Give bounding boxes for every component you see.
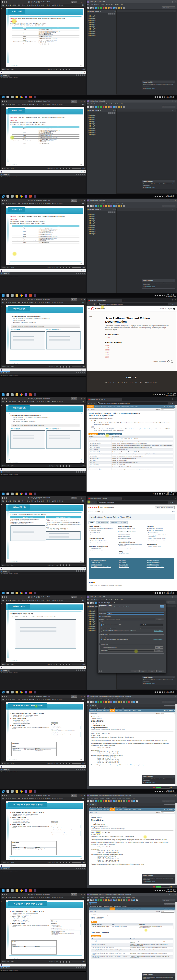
radio-icon[interactable] (101, 636, 102, 638)
maximize-button[interactable]: ▢ (80, 695, 83, 697)
toolbar-icon[interactable] (121, 701, 122, 703)
ribbon-tab-5[interactable]: 애니메이션 (22, 4, 28, 6)
ribbon-tab-6[interactable]: 슬라이드 쇼 (29, 599, 36, 601)
toolbar-icon[interactable] (103, 205, 105, 207)
maximize-button[interactable]: ▢ (80, 171, 83, 172)
tellme-field[interactable]: 입력하세요 (57, 897, 63, 899)
toolbar-icon[interactable] (105, 701, 107, 703)
toolbar-icon[interactable] (87, 106, 89, 108)
menu-search[interactable]: Search (101, 202, 105, 204)
scrollbar-thumb[interactable] (175, 716, 176, 730)
search-icon[interactable] (6, 790, 9, 792)
tray-mic-icon[interactable] (154, 295, 156, 296)
ribbon-tab-6[interactable]: 슬라이드 쇼 (29, 897, 36, 899)
taskbar-clock[interactable]: 오전 7:272019-10-08 (166, 294, 172, 297)
ribbon-tab-9[interactable]: 추가 기능 (45, 203, 50, 204)
login-button[interactable]: 로그인 (71, 1, 77, 3)
toolbar-icon[interactable] (136, 701, 138, 703)
tellme-field[interactable]: 입력하세요 (57, 698, 63, 700)
toolbar-icon[interactable] (108, 899, 109, 901)
tray-chevron-icon[interactable]: ^ (153, 96, 154, 98)
firefox-icon[interactable] (24, 790, 27, 792)
menu-help[interactable]: Help (121, 599, 123, 600)
close-icon[interactable]: ✕ (8, 868, 9, 869)
all-classes-link[interactable]: ALL CLASSES (90, 713, 97, 714)
slide-notes-button[interactable]: 슬라이드 노트 (47, 763, 55, 764)
expand-arrow-icon[interactable]: ▸ (88, 216, 89, 217)
expand-arrow-icon[interactable]: ▸ (88, 126, 89, 127)
footer-link[interactable]: 쿠키 기본설정 (145, 382, 151, 383)
close-button[interactable]: ✕ (83, 766, 86, 768)
console-tab[interactable]: Console✕ (0, 272, 10, 275)
console-tool-icon[interactable] (78, 471, 79, 473)
firefox-icon[interactable] (24, 96, 27, 99)
toolbar-icon[interactable] (92, 205, 94, 207)
memo-button[interactable]: 메모 (56, 663, 59, 665)
minimize-button[interactable]: − (78, 72, 80, 73)
explorer-icon[interactable] (16, 96, 18, 99)
toolbar-icon[interactable] (136, 800, 138, 802)
close-button[interactable]: ✕ (83, 865, 86, 867)
menu-window[interactable]: Window (126, 797, 130, 799)
toolbar-icon[interactable] (103, 899, 105, 901)
doc-link[interactable]: Commercial Features (90, 530, 101, 531)
footer-link[interactable]: About Oracle (110, 382, 116, 383)
console-tab[interactable]: Console✕ (0, 471, 10, 473)
fields-button[interactable]: Fields (12, 944, 16, 945)
close-icon[interactable]: ✕ (8, 967, 9, 969)
search-icon[interactable] (6, 889, 9, 892)
quick-access-box[interactable]: Quick Access (162, 106, 175, 108)
ribbon-tab-7[interactable]: 검토 (37, 897, 40, 899)
project-item-chap06[interactable]: ▸chap06 (87, 25, 116, 28)
nav-item-use[interactable]: USE (115, 809, 119, 810)
view-sorter-icon[interactable] (63, 663, 64, 665)
expand-arrow-icon[interactable]: ▸ (88, 30, 89, 32)
ime-indicator[interactable]: 한 (164, 394, 165, 396)
minimize-button[interactable]: − (168, 100, 171, 102)
tray-osd-icon[interactable] (162, 592, 163, 594)
ribbon-tab-7[interactable]: 검토 (37, 4, 40, 6)
console-tool-icon[interactable] (84, 967, 85, 969)
ribbon-tab-8[interactable]: 보기 (41, 698, 43, 700)
nav-item-package[interactable]: PACKAGE (100, 406, 107, 407)
toolbar-icon[interactable] (103, 106, 105, 108)
taskview-icon[interactable] (11, 393, 14, 396)
memo-button[interactable]: 메모 (56, 564, 59, 566)
ribbon-tab-4[interactable]: 전환 (18, 798, 20, 800)
ribbon-tab-1[interactable]: 홈 (5, 4, 7, 6)
zoom-slider[interactable] (72, 168, 81, 169)
menu-project[interactable]: Project (106, 202, 110, 204)
module-link[interactable]: java.base (96, 815, 101, 816)
ribbon-tab-8[interactable]: 보기 (41, 302, 43, 304)
toolbar-icon[interactable] (103, 800, 105, 802)
slide-scrollbar[interactable] (85, 603, 86, 662)
toolbar-icon[interactable] (87, 800, 89, 802)
reminder-options-link[interactable]: Reminder options (146, 187, 155, 188)
package-tool-icon[interactable] (112, 212, 113, 213)
toolbar-icon[interactable] (90, 800, 92, 802)
doc-link[interactable]: Compatibility Guide (90, 532, 100, 534)
ribbon-tab-6[interactable]: 슬라이드 쇼 (29, 401, 36, 403)
maximize-button[interactable]: ▢ (80, 667, 83, 668)
help-link-contents[interactable]: Contents (90, 707, 96, 708)
console-tool-icon[interactable] (76, 967, 77, 969)
profile-icon[interactable]: ● (172, 402, 173, 404)
tellme-field[interactable]: 입력하세요 (57, 599, 63, 601)
maximize-button[interactable]: ▢ (80, 200, 83, 201)
slide-notes-button[interactable]: 슬라이드 노트 (47, 68, 55, 70)
module-name[interactable]: java.rmi (89, 461, 112, 463)
superclass-link[interactable]: java.lang.Object (91, 723, 174, 724)
tellme-field[interactable]: 입력하세요 (57, 401, 63, 403)
back-icon[interactable]: ← (88, 303, 90, 305)
help-tab[interactable]: Help✕ (89, 902, 97, 905)
taskbar-clock[interactable]: 오전 7:462019-10-08 (166, 492, 172, 495)
console-tab[interactable]: Console✕ (0, 669, 10, 672)
help-tool-icon[interactable] (172, 903, 174, 905)
view-normal-icon[interactable] (60, 168, 61, 169)
toolbar-icon[interactable] (95, 205, 97, 207)
toolbar-icon[interactable] (123, 800, 125, 802)
login-button[interactable]: 로그인 (71, 100, 77, 102)
zoom-slider[interactable] (72, 962, 81, 962)
minimize-button[interactable]: − (78, 964, 80, 966)
doc-link[interactable]: Download and Installation Instructions (90, 542, 110, 544)
